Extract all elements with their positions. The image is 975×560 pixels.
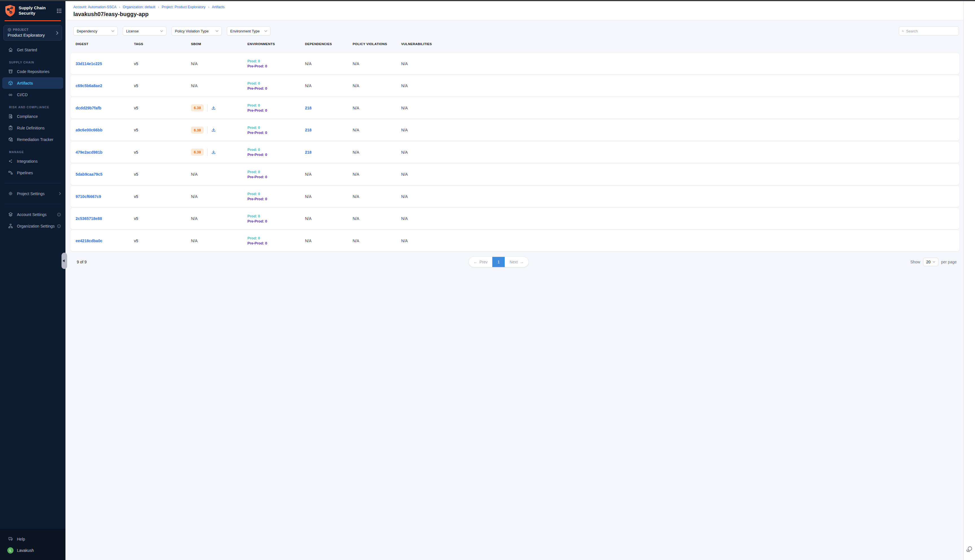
vulnerabilities-value: N/A bbox=[401, 128, 407, 132]
sidebar-item-label: Get Started bbox=[17, 48, 37, 52]
breadcrumb-account-link[interactable]: Account: Automation-SSCA bbox=[73, 5, 117, 9]
vertical-divider bbox=[207, 104, 208, 112]
digest-link[interactable]: ee4218cdba0c bbox=[76, 238, 102, 243]
tag-value: v5 bbox=[134, 62, 138, 66]
environment-type-filter-dropdown[interactable]: Environment Type bbox=[227, 27, 270, 35]
vulnerabilities-cell: N/A bbox=[401, 216, 488, 221]
digest-link[interactable]: 9710cf6667c9 bbox=[76, 194, 101, 199]
tag-value: v5 bbox=[134, 238, 138, 243]
app-switcher-icon[interactable] bbox=[57, 8, 62, 13]
sidebar-item-cicd[interactable]: ∞ CI/CD bbox=[0, 89, 65, 100]
sidebar-item-organization-settings[interactable]: Organization Settings bbox=[0, 220, 65, 232]
sbom-cell: 6.38 bbox=[191, 148, 247, 156]
dependencies-value: N/A bbox=[305, 216, 311, 221]
vulnerabilities-value: N/A bbox=[401, 106, 407, 110]
sbom-score-badge: 6.38 bbox=[191, 148, 204, 156]
preprod-count: Pre-Prod: 0 bbox=[247, 219, 305, 223]
chevron-down-icon bbox=[160, 30, 163, 32]
dependency-filter-dropdown[interactable]: Dependency bbox=[73, 27, 118, 35]
preprod-count: Pre-Prod: 0 bbox=[247, 108, 305, 113]
digest-cell: 479e2acd981b bbox=[76, 150, 134, 155]
sbom-download-icon[interactable] bbox=[211, 128, 216, 132]
policy-violations-cell: N/A bbox=[353, 128, 401, 132]
sidebar-item-remediation-tracker[interactable]: Remediation Tracker bbox=[0, 134, 65, 145]
environments-cell: Prod: 0 Pre-Prod: 0 bbox=[247, 81, 305, 90]
dependencies-value: N/A bbox=[305, 83, 311, 88]
nav-section-supply-chain: SUPPLY CHAIN bbox=[0, 55, 65, 66]
policy-violation-type-filter-dropdown[interactable]: Policy Violation Type bbox=[172, 27, 222, 35]
vulnerabilities-cell: N/A bbox=[401, 62, 488, 66]
table-row: dcdd29b7fafb v5 6.38 Prod: 0 Pre-Prod: 0… bbox=[70, 97, 488, 118]
sbom-cell: N/A bbox=[191, 238, 247, 243]
digest-cell: 33d114e1c225 bbox=[76, 62, 134, 66]
page-title: lavakush07/easy-buggy-app bbox=[73, 11, 488, 17]
brand-title: Supply Chain Security bbox=[18, 5, 49, 16]
vulnerabilities-cell: N/A bbox=[401, 83, 488, 88]
digest-link[interactable]: dcdd29b7fafb bbox=[76, 106, 101, 110]
policy-violations-cell: N/A bbox=[353, 238, 401, 243]
digest-link[interactable]: 2c5365718e88 bbox=[76, 216, 102, 221]
policy-violations-value: N/A bbox=[353, 172, 359, 177]
infinity-icon: ∞ bbox=[8, 92, 13, 97]
sidebar-item-pipelines[interactable]: Pipelines bbox=[0, 167, 65, 178]
info-icon[interactable] bbox=[57, 224, 61, 228]
prev-page-button[interactable]: ← Prev bbox=[469, 257, 488, 267]
preprod-count: Pre-Prod: 0 bbox=[247, 86, 305, 90]
digest-link[interactable]: a9c6e00c66bb bbox=[76, 128, 102, 132]
digest-cell: dcdd29b7fafb bbox=[76, 106, 134, 110]
policy-violations-value: N/A bbox=[353, 216, 359, 221]
prod-count: Prod: 0 bbox=[247, 103, 305, 107]
sidebar-item-artifacts[interactable]: Artifacts bbox=[2, 77, 63, 89]
tag-value: v5 bbox=[134, 106, 138, 110]
breadcrumb-artifacts-link[interactable]: Artifacts bbox=[212, 5, 225, 9]
tag-value: v5 bbox=[134, 150, 138, 155]
sbom-download-icon[interactable] bbox=[211, 150, 216, 155]
dependencies-value: N/A bbox=[305, 238, 311, 243]
gear-icon bbox=[8, 191, 13, 196]
dropdown-label: Dependency bbox=[77, 29, 97, 33]
policy-violations-cell: N/A bbox=[353, 194, 401, 199]
dependencies-cell: N/A bbox=[305, 83, 353, 88]
digest-link[interactable]: 479e2acd981b bbox=[76, 150, 102, 155]
pagination-summary: 9 of 9 bbox=[77, 260, 87, 264]
sidebar-item-code-repositories[interactable]: Code Repositories bbox=[0, 66, 65, 77]
sbom-cell: 6.38 bbox=[191, 104, 247, 112]
table-row: 2c5365718e88 v5 N/A Prod: 0 Pre-Prod: 0 … bbox=[70, 208, 488, 229]
dependencies-link[interactable]: 218 bbox=[305, 128, 311, 132]
sidebar-item-rule-definitions[interactable]: Rule Definitions bbox=[0, 122, 65, 134]
sbom-cell: N/A bbox=[191, 194, 247, 199]
digest-link[interactable]: 5dab9caa79c5 bbox=[76, 172, 102, 177]
sidebar-item-account-settings[interactable]: Account Settings bbox=[0, 209, 65, 220]
info-icon[interactable] bbox=[57, 213, 61, 217]
table-row: 33d114e1c225 v5 N/A Prod: 0 Pre-Prod: 0 … bbox=[70, 53, 488, 74]
sidebar-item-compliance[interactable]: Compliance bbox=[0, 110, 65, 122]
digest-link[interactable]: 33d114e1c225 bbox=[76, 62, 102, 66]
prod-count: Prod: 0 bbox=[247, 125, 305, 130]
integrations-icon bbox=[8, 159, 13, 164]
policy-violations-value: N/A bbox=[353, 62, 359, 66]
table-row: a9c6e00c66bb v5 6.38 Prod: 0 Pre-Prod: 0… bbox=[70, 120, 488, 141]
prod-count: Prod: 0 bbox=[247, 170, 305, 174]
digest-link[interactable]: c69c5b6a8ae2 bbox=[76, 83, 102, 88]
policy-violations-cell: N/A bbox=[353, 172, 401, 177]
sidebar-item-get-started[interactable]: Get Started bbox=[0, 44, 65, 55]
sidebar-item-project-settings[interactable]: Project Settings bbox=[0, 188, 65, 199]
breadcrumb-project-link[interactable]: Project: Product Exploratory bbox=[162, 5, 206, 9]
license-filter-dropdown[interactable]: License bbox=[123, 27, 167, 35]
sidebar-item-integrations[interactable]: Integrations bbox=[0, 155, 65, 167]
sbom-score-badge: 6.38 bbox=[191, 127, 204, 134]
project-selector[interactable]: PROJECT Product Exploratory bbox=[3, 25, 62, 41]
sbom-value: N/A bbox=[191, 216, 197, 221]
breadcrumb-organization-link[interactable]: Organization: default bbox=[123, 5, 155, 9]
vertical-divider bbox=[207, 148, 208, 156]
policy-violations-cell: N/A bbox=[353, 216, 401, 221]
sbom-value: N/A bbox=[191, 62, 197, 66]
prod-count: Prod: 0 bbox=[247, 81, 305, 85]
sbom-download-icon[interactable] bbox=[211, 106, 216, 110]
dependencies-link[interactable]: 218 bbox=[305, 106, 311, 110]
dependencies-cell: 218 bbox=[305, 128, 353, 132]
sidebar-collapse-handle[interactable] bbox=[62, 253, 67, 269]
preprod-count: Pre-Prod: 0 bbox=[247, 153, 305, 157]
vulnerabilities-value: N/A bbox=[401, 150, 407, 155]
dependencies-link[interactable]: 218 bbox=[305, 150, 311, 155]
